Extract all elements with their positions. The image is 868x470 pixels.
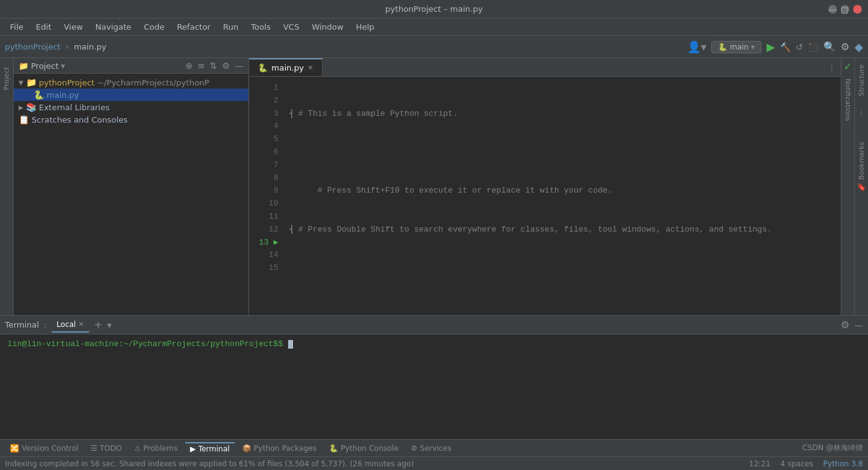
tree-root[interactable]: ▼ 📁 pythonProject ~/PycharmProjects/pyth… [14, 76, 248, 89]
maximize-button[interactable]: □ [841, 5, 849, 14]
btool-version-control[interactable]: 🔀 Version Control [5, 443, 83, 454]
status-python[interactable]: Python 3.8 [823, 459, 864, 468]
services-icon: ⚙ [411, 444, 418, 453]
user-icon[interactable]: 👤▾ [687, 40, 706, 53]
terminal-tab-chevron[interactable]: ▾ [107, 320, 112, 330]
tab-more-button[interactable]: ⋮ [823, 60, 841, 74]
menu-window[interactable]: Window [307, 21, 348, 33]
line-num-12: 12 [259, 224, 278, 237]
window-title: pythonProject – main.py [385, 4, 483, 14]
run-config-button[interactable]: 🐍 main ▾ [711, 41, 761, 53]
gutter-4: ┤ [286, 224, 298, 237]
project-header-icons: ⊕ ≡ ⇅ ⚙ — [185, 61, 243, 71]
menu-help[interactable]: Help [351, 21, 379, 33]
code-editor[interactable]: 1 2 3 4 5 6 7 8 9 10 11 12 13 ▶ 14 15 [249, 77, 841, 315]
btool-python-console[interactable]: 🐍 Python Console [324, 443, 403, 454]
scratches-label: Scratches and Consoles [32, 115, 128, 124]
line-num-2: 2 [259, 95, 278, 108]
run-config-label: main [730, 43, 748, 51]
line-num-7: 7 [259, 159, 278, 172]
notifications-label[interactable]: Notifications [844, 79, 852, 121]
line-num-11: 11 [259, 211, 278, 224]
status-spaces: 4 spaces [781, 459, 813, 468]
terminal-close-icon[interactable]: — [854, 320, 863, 330]
code-content[interactable]: ┤# This is a sample Python script. # Pre… [283, 77, 841, 315]
gear-icon[interactable]: ⚙ [222, 61, 230, 71]
line-num-9: 9 [259, 185, 278, 198]
project-sidebar-label[interactable]: Project [1, 64, 12, 93]
terminal-content[interactable]: lin@lin-virtual-machine:~/PycharmProject… [0, 334, 868, 439]
menu-file[interactable]: File [5, 21, 28, 33]
close-panel-icon[interactable]: — [235, 61, 243, 71]
terminal-cursor [288, 340, 293, 349]
tree-scratches[interactable]: 📋 Scratches and Consoles [14, 113, 248, 126]
menu-code[interactable]: Code [139, 21, 169, 33]
local-tab-label: Local [56, 320, 76, 329]
console-icon: 🐍 [329, 444, 338, 453]
tree-main-py[interactable]: 🐍 main.py [14, 89, 248, 101]
collapse-icon[interactable]: ≡ [198, 61, 205, 71]
app-body: Project 📁 Project ▾ ⊕ ≡ ⇅ ⚙ — [0, 58, 868, 470]
search-button[interactable]: 🔍 [823, 41, 836, 53]
gutter-1: ┤ [286, 108, 298, 121]
terminal-settings-icon[interactable]: ⚙ [841, 319, 849, 331]
btool-terminal[interactable]: ▶ Terminal [185, 442, 235, 455]
packages-label: Python Packages [254, 444, 317, 453]
bookmarks-label[interactable]: Bookmarks [857, 142, 866, 180]
indexing-message: Indexing completed in 56 sec. Shared ind… [5, 459, 414, 468]
breadcrumb-file[interactable]: main.py [74, 42, 107, 51]
title-bar: pythonProject – main.py — □ [0, 0, 868, 19]
project-header: 📁 Project ▾ ⊕ ≡ ⇅ ⚙ — [14, 58, 248, 74]
root-expand-icon: ▼ [19, 79, 24, 86]
btool-problems[interactable]: ⚠ Problems [129, 443, 183, 454]
tab-close-icon[interactable]: ✕ [308, 64, 313, 72]
packages-icon: 📦 [242, 444, 252, 453]
status-right: 12:21 4 spaces Python 3.8 [749, 459, 863, 468]
code-line-6 [286, 301, 841, 314]
close-button[interactable] [853, 5, 862, 14]
tree-external-libraries[interactable]: ▶ 📚 External Libraries [14, 101, 248, 113]
terminal-prompt: lin@lin-virtual-machine:~/PycharmProject… [7, 339, 278, 349]
terminal-local-tab[interactable]: Local ✕ [51, 318, 89, 333]
menu-bar: File Edit View Navigate Code Refactor Ru… [0, 19, 868, 36]
sort-icon[interactable]: ⇅ [210, 61, 217, 71]
menu-view[interactable]: View [59, 21, 88, 33]
stop-button[interactable]: ⬛ [808, 42, 818, 52]
menu-vcs[interactable]: VCS [278, 21, 304, 33]
local-tab-close[interactable]: ✕ [78, 320, 84, 328]
terminal-label: Terminal [198, 445, 230, 453]
add-icon[interactable]: ⊕ [185, 61, 193, 71]
line-numbers: 1 2 3 4 5 6 7 8 9 10 11 12 13 ▶ 14 15 [249, 77, 283, 315]
tab-main-py[interactable]: 🐍 main.py ✕ [249, 58, 323, 76]
btool-python-packages[interactable]: 📦 Python Packages [237, 443, 322, 454]
add-terminal-button[interactable]: + [94, 319, 102, 331]
btool-todo[interactable]: ☰ TODO [85, 443, 126, 454]
btool-services[interactable]: ⚙ Services [406, 443, 456, 454]
editor-container: 🐍 main.py ✕ ⋮ 1 2 3 4 5 6 7 8 9 [249, 58, 841, 315]
menu-tools[interactable]: Tools [246, 21, 276, 33]
problems-label: Problems [143, 444, 177, 453]
run-config-chevron: ▾ [751, 43, 755, 51]
rerun-button[interactable]: ↺ [796, 42, 803, 52]
code-1-text: # This is a sample Python script. [298, 108, 457, 121]
bottom-toolbar: 🔀 Version Control ☰ TODO ⚠ Problems ▶ Te… [0, 439, 868, 456]
external-libraries-label: External Libraries [39, 103, 110, 112]
code-line-2 [286, 146, 841, 159]
run-button[interactable]: ▶ [766, 40, 775, 53]
line-num-4: 4 [259, 120, 278, 133]
menu-run[interactable]: Run [218, 21, 243, 33]
code-line-3: # Press Shift+F10 to execute it or repla… [286, 185, 841, 198]
code-line-1: ┤# This is a sample Python script. [286, 108, 841, 121]
project-folder-icon: 📁 [19, 61, 28, 71]
settings-button[interactable]: ⚙ [841, 41, 849, 53]
menu-edit[interactable]: Edit [31, 21, 56, 33]
menu-refactor[interactable]: Refactor [172, 21, 216, 33]
structure-label[interactable]: Structure [857, 64, 866, 96]
minimize-button[interactable]: — [828, 5, 837, 14]
build-button[interactable]: 🔨 [780, 42, 791, 52]
menu-navigate[interactable]: Navigate [90, 21, 136, 33]
checkmark-icon: ✓ [844, 61, 852, 72]
project-dropdown-icon[interactable]: ▾ [61, 61, 65, 71]
breadcrumb-project[interactable]: pythonProject [5, 42, 61, 51]
toolbar: pythonProject › main.py 👤▾ 🐍 main ▾ ▶ 🔨 … [0, 36, 868, 58]
